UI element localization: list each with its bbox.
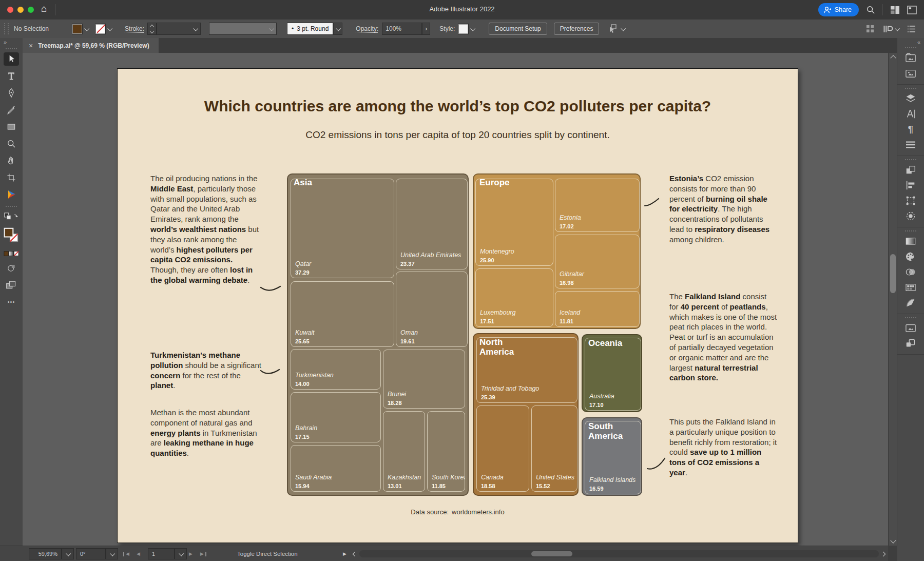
zoom-tool[interactable] [4,137,19,150]
selection-tool[interactable] [4,52,19,66]
treemap-cell-qatar[interactable]: Qatar37.29 [291,179,394,278]
stroke-weight-label[interactable]: Stroke: [125,25,144,32]
align-panel-button[interactable] [897,178,924,193]
treemap-cell-iceland[interactable]: Iceland11.81 [555,291,640,327]
rotation-input[interactable]: 0° [76,548,106,559]
transform-panel-button[interactable] [897,193,924,208]
opacity-input[interactable]: 100% [382,23,422,35]
panel-toggle-icon[interactable] [907,6,917,14]
transparency-panel-button[interactable] [897,264,924,280]
artboard[interactable]: Which countries are among the world’s to… [117,68,798,543]
horizontal-scrollbar[interactable] [359,550,879,557]
grid-snap-icon[interactable] [866,25,875,33]
scroll-up-icon[interactable] [890,55,896,61]
treemap-cell-montenegro[interactable]: Montenegro25.90 [475,179,553,266]
treemap-cell-south-korea[interactable]: South Korea11.85 [427,411,465,492]
scroll-right-icon[interactable] [881,552,886,557]
fill-color-dropdown[interactable] [82,23,90,34]
expand-panels-icon[interactable]: « [917,39,920,45]
treemap-cell-united-arab-emirates[interactable]: United Arab Emirates23.37 [396,179,468,269]
share-button[interactable]: Share [818,3,859,16]
annotation-right-1[interactable]: Estonia’s CO2 emission consists for more… [669,173,777,245]
artboard-number-input[interactable]: 1 [148,548,175,559]
annotation-left-2[interactable]: Turkmenistan's methane pollution should … [150,350,262,391]
last-artboard-button[interactable]: ▶ [200,549,206,559]
screen-mode-tool[interactable] [4,278,19,292]
treemap-group-oceania[interactable]: Australia17.10Oceania [582,334,642,412]
character-panel-button[interactable] [897,106,924,122]
fill-stroke-indicator[interactable] [4,225,19,246]
treemap-cell-luxembourg[interactable]: Luxembourg17.51 [475,268,553,327]
panel-grip[interactable] [4,23,9,34]
hand-tool[interactable] [4,154,19,167]
pen-tool[interactable] [4,86,19,100]
data-source-line[interactable]: Data source:worldometers.info [118,508,798,516]
stroke-weight-dropdown[interactable] [157,23,201,35]
rectangle-tool[interactable] [4,120,19,133]
status-play-icon[interactable]: ▶ [343,549,346,559]
treemap-cell-australia[interactable]: Australia17.10 [585,338,641,411]
arrange-panel-button[interactable] [897,162,924,178]
layers-panel-button[interactable] [897,91,924,106]
style-swatch[interactable] [458,24,468,34]
next-artboard-button[interactable]: ▶ [189,549,192,559]
preferences-button[interactable]: Preferences [554,23,600,35]
brush-dropdown[interactable] [333,23,342,35]
menu-list-icon[interactable] [907,25,916,33]
annotation-left-1[interactable]: The oil producing nations in the Middle … [150,173,262,285]
panel-grip[interactable] [905,88,916,89]
infographic-title[interactable]: Which countries are among the world’s to… [118,98,798,115]
properties-panel-button[interactable] [897,137,924,152]
document-tab[interactable]: × Treemap.ai* @ 59,69 % (RGB/Preview) [23,38,159,53]
libraries-panel-button[interactable] [897,50,924,66]
snap-options-icon[interactable] [883,25,893,33]
treemap-cell-oman[interactable]: Oman19.61 [396,272,468,347]
close-tab-icon[interactable]: × [29,42,33,50]
brush-definition[interactable]: • 3 pt. Round [287,23,333,35]
treemap-group-europe[interactable]: Montenegro25.90Estonia17.02Gibraltar16.9… [473,173,641,329]
treemap-group-south-america[interactable]: Falkland Islands16.59South America [582,417,642,496]
treemap-cell-estonia[interactable]: Estonia17.02 [555,179,640,232]
treemap-group-asia[interactable]: Qatar37.29United Arab Emirates23.37Kuwai… [287,173,469,496]
stroke-weight-stepper[interactable] [147,23,157,35]
isolate-dropdown[interactable] [619,23,627,34]
workspace-switcher-icon[interactable] [890,6,900,14]
panel-grip[interactable] [905,159,916,160]
cc-libraries-panel-button[interactable] [897,66,924,81]
scroll-left-icon[interactable] [353,552,358,557]
first-artboard-button[interactable]: ◀ [123,549,129,559]
annotation-left-3[interactable]: Methan is the most abundant component of… [150,408,262,458]
rotation-dropdown[interactable] [106,548,118,559]
treemap-cell-kuwait[interactable]: Kuwait25.65 [291,281,394,347]
vertical-scroll-thumb[interactable] [890,254,896,293]
asset-export-panel-button[interactable] [897,320,924,336]
appearance-panel-button[interactable] [897,208,924,224]
treemap-cell-bahrain[interactable]: Bahrain17.15 [291,392,381,442]
stroke-color-dropdown[interactable] [105,23,113,34]
stroke-color-swatch[interactable] [95,24,105,34]
annotation-right-2[interactable]: The Falkland Island consist for 40 perce… [669,292,777,383]
swap-fill-stroke[interactable] [4,211,19,222]
treemap-cell-saudi-arabia[interactable]: Saudi Arabia15.94 [291,445,381,492]
chevron-down-icon[interactable] [895,26,900,31]
color-panel-button[interactable] [897,249,924,264]
swatches-panel-button[interactable] [897,280,924,295]
zoom-level-input[interactable]: 59,69% [29,548,62,559]
opacity-label[interactable]: Opacity: [356,25,378,32]
search-icon[interactable] [866,5,875,14]
scroll-down-icon[interactable] [890,537,896,543]
artboard-tool[interactable] [4,171,19,184]
treemap-cell-brunei[interactable]: Brunei18.28 [383,350,465,409]
eyedropper-tool[interactable] [4,103,19,117]
treemap-cell-kazakhstan[interactable]: Kazakhstan13.01 [383,411,425,492]
infographic-subtitle[interactable]: CO2 emissions in tons per capita of top … [118,129,798,141]
artboards-panel-button[interactable] [897,336,924,351]
previous-artboard-button[interactable]: ◀ [137,549,140,559]
fill-color-swatch[interactable] [72,24,82,34]
zoom-dropdown[interactable] [62,548,74,559]
treemap-cell-turkmenistan[interactable]: Turkmenistan14.00 [291,349,381,390]
isolate-selection-icon[interactable] [606,24,619,34]
treemap-cell-canada[interactable]: Canada18.58 [476,405,529,492]
edit-toolbar-ellipsis[interactable]: ••• [4,295,19,308]
variable-width-dropdown[interactable] [209,23,277,35]
